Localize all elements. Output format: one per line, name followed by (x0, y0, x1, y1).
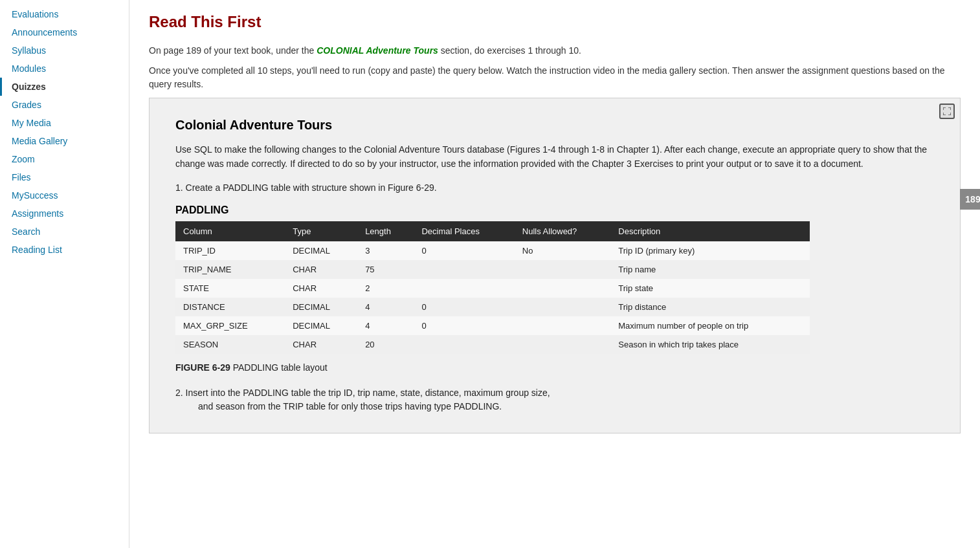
intro-before-text: On page 189 of your text book, under the (149, 45, 317, 56)
table-cell-description: Maximum number of people on trip (610, 316, 810, 335)
sidebar-item-my-media[interactable]: My Media (0, 114, 129, 132)
paddling-table-section: PADDLING ColumnTypeLengthDecimal PlacesN… (175, 204, 934, 375)
table-cell-description: Trip state (610, 279, 810, 298)
table-cell-column: MAX_GRP_SIZE (175, 316, 285, 335)
table-header: Decimal Places (414, 221, 514, 241)
table-row: TRIP_IDDECIMAL30NoTrip ID (primary key) (175, 241, 810, 260)
sidebar-item-reading-list[interactable]: Reading List (0, 241, 129, 259)
textbook-section-title: Colonial Adventure Tours (175, 118, 934, 133)
table-title: PADDLING (175, 204, 934, 216)
sidebar-item-announcements[interactable]: Announcements (0, 23, 129, 41)
table-cell-nulls: No (515, 241, 611, 260)
figure-label: FIGURE 6-29 (175, 362, 230, 373)
table-cell-length: 4 (357, 316, 414, 335)
table-header-row: ColumnTypeLengthDecimal PlacesNulls Allo… (175, 221, 810, 241)
sidebar-item-zoom[interactable]: Zoom (0, 150, 129, 168)
exercise-1-text: 1. Create a PADDLING table with structur… (175, 181, 934, 195)
table-cell-column: TRIP_ID (175, 241, 285, 260)
sidebar-item-quizzes[interactable]: Quizzes (0, 78, 129, 96)
table-cell-column: TRIP_NAME (175, 260, 285, 279)
intro-highlight: COLONIAL Adventure Tours (317, 45, 438, 56)
sidebar-item-assignments[interactable]: Assignments (0, 204, 129, 223)
figure-description: PADDLING table layout (230, 362, 328, 373)
table-cell-nulls (515, 260, 611, 279)
table-row: TRIP_NAMECHAR75Trip name (175, 260, 810, 279)
table-header: Column (175, 221, 285, 241)
table-cell-decimal: 0 (414, 241, 514, 260)
textbook-content: 189 Colonial Adventure Tours Use SQL to … (149, 98, 961, 433)
table-cell-type: DECIMAL (285, 241, 357, 260)
sidebar: EvaluationsAnnouncementsSyllabusModulesQ… (0, 0, 129, 548)
paddling-table: ColumnTypeLengthDecimal PlacesNulls Allo… (175, 221, 810, 354)
intro-after-text: section, do exercises 1 through 10. (438, 45, 581, 56)
table-cell-nulls (515, 298, 611, 316)
sidebar-item-syllabus[interactable]: Syllabus (0, 41, 129, 60)
table-cell-description: Season in which trip takes place (610, 335, 810, 354)
table-cell-type: DECIMAL (285, 316, 357, 335)
table-cell-length: 2 (357, 279, 414, 298)
sidebar-item-grades[interactable]: Grades (0, 96, 129, 114)
textbook-body: Use SQL to make the following changes to… (175, 142, 934, 171)
main-content: Read This First On page 189 of your text… (129, 0, 980, 548)
sidebar-item-modules[interactable]: Modules (0, 60, 129, 78)
sidebar-item-media-gallery[interactable]: Media Gallery (0, 132, 129, 150)
table-cell-type: CHAR (285, 335, 357, 354)
table-cell-type: CHAR (285, 279, 357, 298)
table-cell-nulls (515, 279, 611, 298)
table-cell-length: 4 (357, 298, 414, 316)
sidebar-item-search[interactable]: Search (0, 223, 129, 241)
table-cell-type: CHAR (285, 260, 357, 279)
table-cell-length: 3 (357, 241, 414, 260)
table-cell-decimal: 0 (414, 316, 514, 335)
table-cell-type: DECIMAL (285, 298, 357, 316)
table-cell-column: DISTANCE (175, 298, 285, 316)
table-header: Length (357, 221, 414, 241)
table-header: Nulls Allowed? (515, 221, 611, 241)
expand-icon[interactable] (939, 104, 955, 119)
exercise-2-text: 2. Insert into the PADDLING table the tr… (175, 386, 934, 413)
table-cell-length: 20 (357, 335, 414, 354)
table-cell-decimal (414, 260, 514, 279)
table-cell-nulls (515, 316, 611, 335)
intro-paragraph-2: Once you've completed all 10 steps, you'… (149, 64, 961, 91)
table-cell-nulls (515, 335, 611, 354)
table-header: Description (610, 221, 810, 241)
table-cell-column: SEASON (175, 335, 285, 354)
table-row: MAX_GRP_SIZEDECIMAL40Maximum number of p… (175, 316, 810, 335)
table-body: TRIP_IDDECIMAL30NoTrip ID (primary key)T… (175, 241, 810, 354)
figure-caption: FIGURE 6-29 PADDLING table layout (175, 360, 934, 375)
table-row: DISTANCEDECIMAL40Trip distance (175, 298, 810, 316)
table-row: STATECHAR2Trip state (175, 279, 810, 298)
table-cell-column: STATE (175, 279, 285, 298)
sidebar-item-evaluations[interactable]: Evaluations (0, 5, 129, 23)
table-cell-decimal (414, 279, 514, 298)
table-row: SEASONCHAR20Season in which trip takes p… (175, 335, 810, 354)
page-title: Read This First (149, 13, 961, 31)
table-cell-description: Trip ID (primary key) (610, 241, 810, 260)
table-header: Type (285, 221, 357, 241)
page-number-tab: 189 (960, 189, 980, 210)
table-cell-length: 75 (357, 260, 414, 279)
sidebar-item-files[interactable]: Files (0, 168, 129, 186)
intro-paragraph-1: On page 189 of your text book, under the… (149, 44, 961, 58)
table-cell-description: Trip name (610, 260, 810, 279)
table-cell-description: Trip distance (610, 298, 810, 316)
table-cell-decimal (414, 335, 514, 354)
table-cell-decimal: 0 (414, 298, 514, 316)
sidebar-item-mysuccess[interactable]: MySuccess (0, 186, 129, 204)
